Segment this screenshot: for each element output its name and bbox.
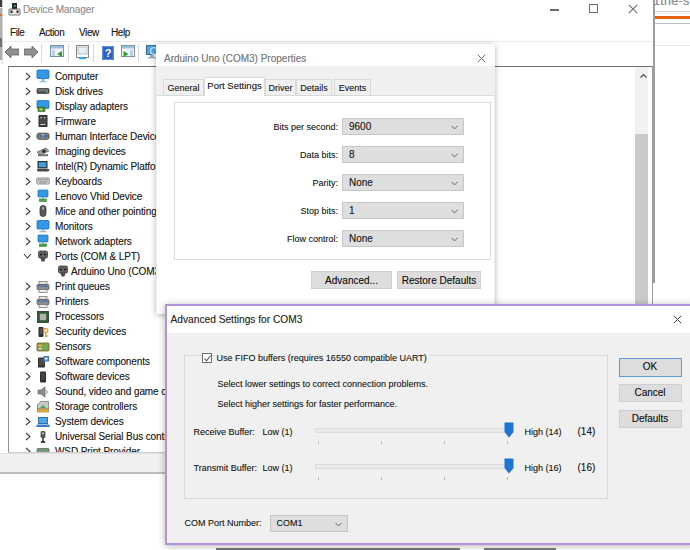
svg-text:?: ?: [105, 47, 112, 59]
